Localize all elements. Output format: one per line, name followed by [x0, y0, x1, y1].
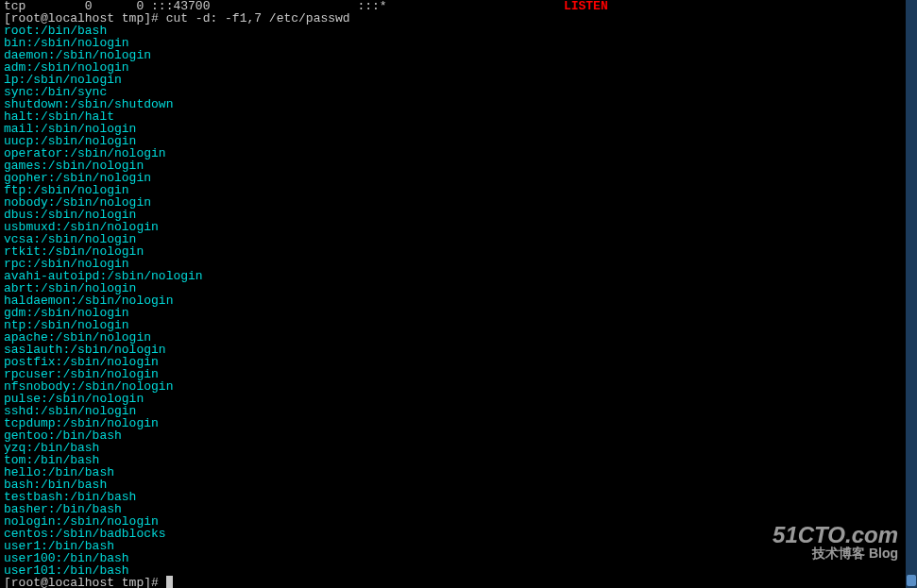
output-line: avahi-autoipd:/sbin/nologin: [4, 270, 913, 282]
command-prompt-1: [root@localhost tmp]# cut -d: -f1,7 /etc…: [4, 12, 913, 25]
output-line: halt:/sbin/halt: [4, 110, 913, 123]
watermark-logo: 51CTO.com: [766, 524, 898, 546]
output-line: pulse:/sbin/nologin: [4, 393, 913, 405]
scrollbar[interactable]: [906, 0, 917, 588]
output-line: gdm:/sbin/nologin: [4, 307, 913, 319]
output-line: mail:/sbin/nologin: [4, 123, 913, 135]
output-line: tcpdump:/sbin/nologin: [4, 417, 913, 429]
output-line: tom:/bin/bash: [4, 454, 913, 466]
output-line: nobody:/sbin/nologin: [4, 196, 913, 209]
output-line: hello:/bin/bash: [4, 466, 913, 479]
prompt-text: [root@localhost tmp]#: [4, 576, 159, 588]
output-line: bash:/bin/bash: [4, 479, 913, 491]
command-output: root:/bin/bashbin:/sbin/nologindaemon:/s…: [4, 25, 913, 577]
output-line: gentoo:/bin/bash: [4, 429, 913, 442]
watermark-sub: 技术博客 Blog: [766, 546, 898, 560]
cursor: [166, 576, 174, 588]
command-text: cut -d: -f1,7 /etc/passwd: [166, 11, 350, 25]
output-line: adm:/sbin/nologin: [4, 61, 913, 74]
output-line: usbmuxd:/sbin/nologin: [4, 221, 913, 233]
output-line: yzq:/bin/bash: [4, 442, 913, 454]
terminal-window[interactable]: tcp 0 0 :::43700 :::* LISTEN [root@local…: [4, 0, 913, 588]
listen-state: LISTEN: [564, 0, 608, 13]
output-line: root:/bin/bash: [4, 25, 913, 37]
watermark: 51CTO.com 技术博客 Blog: [766, 524, 898, 580]
output-line: daemon:/sbin/nologin: [4, 49, 913, 61]
output-line: testbash:/bin/bash: [4, 491, 913, 503]
output-line: haldaemon:/sbin/nologin: [4, 294, 913, 307]
scrollbar-thumb[interactable]: [907, 575, 916, 586]
output-line: rtkit:/sbin/nologin: [4, 245, 913, 258]
output-line: gopher:/sbin/nologin: [4, 172, 913, 184]
output-line: lp:/sbin/nologin: [4, 74, 913, 86]
output-line: shutdown:/sbin/shutdown: [4, 98, 913, 110]
